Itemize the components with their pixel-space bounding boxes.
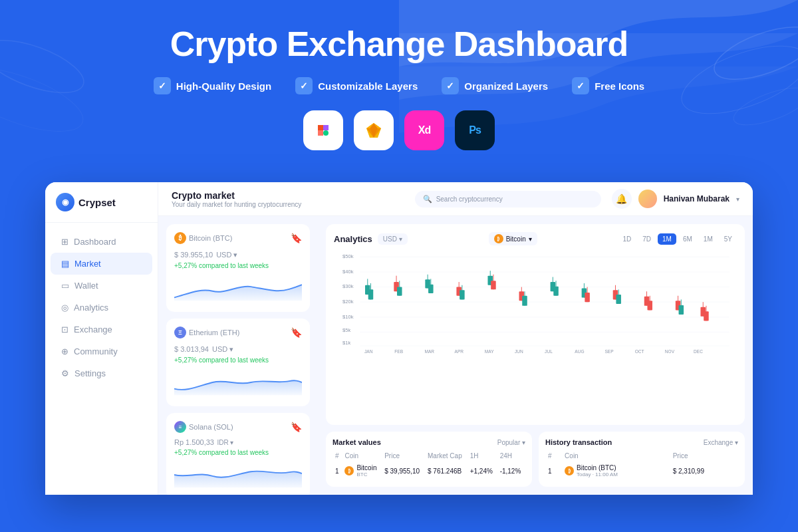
topbar-title-group: Crypto market Your daily market for hunt… [172, 190, 404, 208]
row-coin: ₿ Bitcoin BTC [342, 462, 382, 480]
btc-price: $ 39.955,10 USD ▾ [174, 247, 302, 261]
avatar-image [638, 190, 657, 208]
sidebar: ◉ Crypset ⊞ Dashboard ▤ Market ▭ Wallet … [45, 182, 158, 495]
xd-tool-icon[interactable]: Xd [404, 110, 444, 150]
currency-dropdown-icon: ▾ [399, 235, 402, 243]
time-1d[interactable]: 1D [618, 233, 636, 245]
check-icon-1: ✓ [154, 77, 171, 94]
market-table-header: Market values Popular ▾ [332, 438, 525, 446]
sidebar-item-dashboard[interactable]: ⊞ Dashboard [51, 231, 152, 253]
svg-rect-7 [323, 125, 329, 130]
sidebar-item-settings[interactable]: ⚙ Settings [51, 362, 152, 384]
sidebar-label-dashboard: Dashboard [74, 237, 116, 247]
btc-name: ₿ Bitcoin (BTC) [174, 232, 232, 244]
feature-free-icons: ✓ Free Icons [572, 77, 644, 94]
col-24h: 24H [497, 450, 525, 462]
market-table-title: Market values [332, 438, 381, 446]
btc-label: Bitcoin (BTC) [189, 234, 232, 242]
feature-customizable: ✓ Customizable Layers [295, 77, 418, 94]
search-bar[interactable]: 🔍 Search cryptocurrency [415, 191, 601, 207]
svg-text:APR: APR [455, 349, 464, 354]
hist-coin-icon: ₿ [565, 466, 574, 475]
time-1m-alt[interactable]: 1M [699, 233, 718, 245]
col-price: Price [382, 450, 425, 462]
user-dropdown-icon[interactable]: ▾ [736, 196, 739, 203]
sidebar-item-exchange[interactable]: ⊡ Exchange [51, 319, 152, 340]
notification-bell-icon[interactable]: 🔔 [612, 189, 632, 209]
sidebar-label-analytics: Analytics [74, 303, 108, 313]
topbar-subtitle: Your daily market for hunting cryptocurr… [172, 201, 404, 208]
row-num: 1 [332, 462, 342, 480]
currency-value: USD [383, 235, 397, 243]
ps-tool-icon[interactable]: Ps [455, 110, 495, 150]
chart-svg: $50k $40k $30k $20k $10k $5k $1k [334, 251, 737, 357]
row-coin-icon: ₿ [344, 466, 354, 475]
currency-dropdown[interactable]: USD ▾ [378, 233, 408, 245]
sol-name: ≡ Solana (SOL) [174, 421, 233, 433]
wallet-icon: ▭ [61, 281, 69, 291]
svg-rect-61 [491, 281, 496, 289]
eth-price: $ 3.013,94 USD ▾ [174, 341, 302, 355]
eth-card-header: Ξ Etherium (ETH) 🔖 [174, 327, 302, 338]
history-table-header: History transaction Exchange ▾ [545, 438, 738, 446]
svg-text:$30k: $30k [342, 283, 354, 289]
history-filter-dropdown[interactable]: Exchange ▾ [704, 439, 738, 446]
features-row: ✓ High-Quality Design ✓ Customizable Lay… [13, 77, 785, 94]
svg-rect-57 [460, 290, 465, 299]
time-7d[interactable]: 7D [638, 233, 656, 245]
row-coin-symbol: BTC [356, 471, 376, 477]
eth-bookmark-icon[interactable]: 🔖 [291, 327, 302, 338]
hist-coin-time: Today · 11:00 AM [577, 471, 618, 477]
sol-price: Rp 1.500,33 IDR ▾ [174, 436, 302, 448]
svg-text:NOV: NOV [665, 349, 675, 354]
svg-rect-81 [647, 301, 652, 310]
col-market-cap: Market Cap [425, 450, 467, 462]
sketch-tool-icon[interactable] [354, 110, 394, 150]
svg-text:JUL: JUL [545, 349, 553, 354]
sidebar-item-wallet[interactable]: ▭ Wallet [51, 275, 152, 297]
time-period-buttons: 1D 7D 1M 6M 1M 5Y [618, 233, 737, 245]
svg-text:$40k: $40k [342, 269, 354, 275]
feature-organized: ✓ Organized Layers [442, 77, 548, 94]
check-icon-3: ✓ [442, 77, 459, 94]
market-icon: ▤ [61, 259, 69, 269]
time-1m[interactable]: 1M [658, 233, 676, 245]
sidebar-item-community[interactable]: ⊕ Community [51, 340, 152, 362]
feature-label-3: Organized Layers [464, 80, 548, 92]
main-chart-card: Analytics USD ▾ ₿ Bitcoin ▾ [326, 224, 745, 425]
sidebar-item-analytics[interactable]: ◎ Analytics [51, 297, 152, 319]
market-filter-dropdown[interactable]: Popular ▾ [497, 439, 525, 446]
feature-label-2: Customizable Layers [318, 80, 418, 92]
coin-selector[interactable]: ₿ Bitcoin ▾ [489, 232, 537, 245]
time-5y[interactable]: 5Y [720, 233, 737, 245]
search-icon: 🔍 [423, 195, 432, 203]
figma-tool-icon[interactable] [303, 110, 343, 150]
history-table: # Coin Price 1 [545, 450, 738, 480]
selected-coin-name: Bitcoin [506, 235, 526, 243]
svg-rect-49 [397, 287, 402, 296]
sol-label: Solana (SOL) [189, 423, 233, 431]
logo-icon: ◉ [56, 193, 74, 211]
app-name: Crypset [78, 197, 116, 208]
svg-text:$1k: $1k [342, 340, 350, 346]
col-coin: Coin [342, 450, 382, 462]
hist-row-price: $ 2,310,99 [670, 462, 738, 480]
svg-point-8 [323, 130, 329, 136]
svg-rect-53 [428, 285, 434, 293]
hist-row-coin: ₿ Bitcoin (BTC) Today · 11:00 AM [562, 462, 670, 480]
left-panels: ₿ Bitcoin (BTC) 🔖 $ 39.955,10 USD ▾ +5,2… [158, 216, 318, 495]
btc-bookmark-icon[interactable]: 🔖 [291, 233, 302, 243]
time-6m[interactable]: 6M [678, 233, 697, 245]
sidebar-label-settings: Settings [74, 368, 106, 378]
sol-bookmark-icon[interactable]: 🔖 [291, 422, 302, 432]
check-icon-2: ✓ [295, 77, 313, 94]
market-values-table: # Coin Price Market Cap 1H 24H [332, 450, 525, 480]
svg-text:SEP: SEP [604, 349, 614, 354]
analytics-label: Analytics [334, 234, 372, 244]
dashboard-inner: ◉ Crypset ⊞ Dashboard ▤ Market ▭ Wallet … [45, 182, 753, 495]
history-table-row: 1 ₿ Bitcoin (BTC) Today · 11:00 AM [545, 462, 738, 480]
svg-rect-69 [553, 287, 559, 296]
sidebar-item-market[interactable]: ▤ Market [51, 253, 152, 275]
sol-card: ≡ Solana (SOL) 🔖 Rp 1.500,33 IDR ▾ +5,27… [166, 413, 310, 495]
market-values-card: Market values Popular ▾ # Coin [326, 432, 532, 487]
